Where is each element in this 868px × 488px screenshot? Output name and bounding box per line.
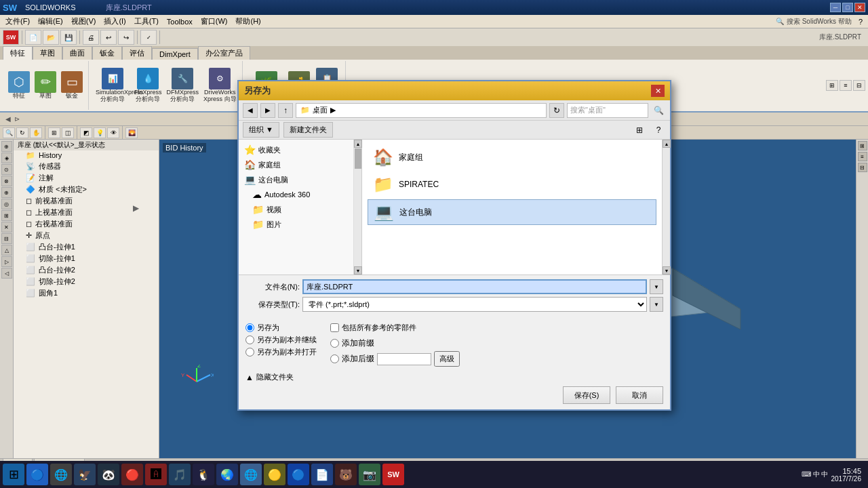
nav-up-btn[interactable]: ↑ bbox=[278, 103, 293, 118]
view-toggle-btn[interactable]: ⊞ bbox=[632, 123, 647, 138]
tab-sheetmetal[interactable]: 钣金 bbox=[92, 46, 122, 60]
menu-file[interactable]: 文件(F) bbox=[1, 15, 34, 28]
section[interactable]: ◫ bbox=[62, 127, 74, 138]
left-arrow[interactable]: ◀ bbox=[3, 115, 14, 123]
checkbox-refs[interactable] bbox=[330, 323, 339, 332]
tab-sketch[interactable]: 草图 bbox=[33, 46, 62, 60]
menu-window[interactable]: 窗口(W) bbox=[197, 15, 232, 28]
radio-copy-continue-input[interactable] bbox=[245, 336, 254, 344]
lt-btn5[interactable]: ⊕ bbox=[1, 187, 12, 198]
redo-btn[interactable]: ↪ bbox=[118, 30, 134, 45]
tab-surface[interactable]: 曲面 bbox=[62, 46, 92, 60]
tree-cut1[interactable]: ⬜ 切除-拉伸1 bbox=[14, 253, 159, 264]
help-icon[interactable]: ? bbox=[854, 16, 867, 27]
sw-logo-btn[interactable]: SW bbox=[3, 30, 19, 45]
advanced-btn[interactable]: 高级 bbox=[434, 351, 460, 367]
icon-floXpress[interactable]: 💧 FloXpress分析向导 bbox=[133, 66, 163, 104]
tab-office[interactable]: 办公室产品 bbox=[198, 46, 250, 60]
prefix-radio[interactable] bbox=[330, 339, 339, 348]
nav-favorites[interactable]: ⭐ 收藏夹 bbox=[239, 142, 353, 157]
menu-view[interactable]: 视图(V) bbox=[67, 15, 100, 28]
tab-evaluate[interactable]: 评估 bbox=[122, 46, 152, 60]
restore-btn[interactable]: □ bbox=[842, 3, 853, 12]
scroll-up-btn[interactable]: ▲ bbox=[354, 140, 362, 148]
file-thispc[interactable]: 💻 这台电脑 bbox=[368, 199, 656, 225]
task-browser1[interactable]: 🌐 bbox=[50, 464, 72, 485]
tree-root[interactable]: 库座 (默认<<默认>_显示状态 bbox=[14, 140, 159, 150]
save-action-btn[interactable]: 保存(S) bbox=[563, 386, 610, 404]
lt-btn7[interactable]: ⊞ bbox=[1, 210, 12, 221]
task-panda[interactable]: 🐼 bbox=[98, 464, 119, 485]
menu-toolbox[interactable]: Toolbox bbox=[163, 16, 197, 27]
tree-boss1[interactable]: ⬜ 凸台-拉伸1 bbox=[14, 241, 159, 253]
rp-btn2[interactable]: ≡ bbox=[858, 152, 867, 161]
rotate[interactable]: ↻ bbox=[16, 127, 28, 138]
task-web[interactable]: 🌏 bbox=[216, 464, 238, 485]
task-camera[interactable]: 📷 bbox=[359, 464, 380, 485]
nav-search-box[interactable]: 搜索"桌面" bbox=[567, 103, 648, 118]
pan[interactable]: ✋ bbox=[30, 127, 42, 138]
hide-folder-toggle[interactable]: ▲ bbox=[245, 373, 254, 382]
nav-videos[interactable]: 📁 视频 bbox=[239, 202, 353, 217]
lt-btn6[interactable]: ◎ bbox=[1, 199, 12, 209]
view-btn1[interactable]: ⊞ bbox=[826, 80, 838, 91]
task-browser2[interactable]: 🌐 bbox=[240, 464, 262, 485]
nav-pictures[interactable]: 📁 图片 bbox=[239, 217, 353, 232]
menu-tools[interactable]: 工具(T) bbox=[130, 15, 163, 28]
start-btn[interactable]: ⊞ bbox=[3, 464, 24, 485]
dialog-close-btn[interactable]: ✕ bbox=[651, 85, 665, 97]
lt-btn12[interactable]: ◁ bbox=[1, 268, 12, 279]
close-btn[interactable]: ✕ bbox=[854, 3, 865, 12]
tab-dimxpert[interactable]: DimXpert bbox=[152, 48, 198, 60]
new-folder-btn[interactable]: 新建文件夹 bbox=[283, 122, 333, 138]
menu-insert[interactable]: 插入(I) bbox=[100, 15, 130, 28]
print-btn[interactable]: 🖨 bbox=[83, 30, 99, 45]
hide-show[interactable]: 👁 bbox=[107, 127, 119, 138]
file-spiratec[interactable]: 📁 SPIRATEC bbox=[368, 172, 656, 197]
lt-btn10[interactable]: △ bbox=[1, 245, 12, 256]
tab-features[interactable]: 特征 bbox=[3, 46, 33, 60]
task-bird[interactable]: 🦅 bbox=[74, 464, 96, 485]
task-red[interactable]: 🔴 bbox=[121, 464, 143, 485]
open-btn[interactable]: 📂 bbox=[43, 30, 59, 45]
task-blue2[interactable]: 🔵 bbox=[288, 464, 309, 485]
filetype-dropdown-arrow[interactable]: ▼ bbox=[650, 297, 663, 312]
filetype-select[interactable]: 零件 (*.prt;*.sldprt) bbox=[302, 297, 647, 312]
lt-btn2[interactable]: ◈ bbox=[1, 152, 12, 163]
undo-btn[interactable]: ↩ bbox=[100, 30, 117, 45]
check-btn[interactable]: ✓ bbox=[140, 30, 157, 45]
cancel-action-btn[interactable]: 取消 bbox=[616, 386, 663, 404]
search-solidworks[interactable]: 🔍 搜索 SolidWorks 帮助 bbox=[773, 17, 854, 26]
lt-btn4[interactable]: ⊗ bbox=[1, 176, 12, 186]
apply-scene[interactable]: 🌄 bbox=[125, 127, 138, 138]
lt-btn9[interactable]: ⊟ bbox=[1, 233, 12, 244]
nav-refresh-btn[interactable]: ↻ bbox=[549, 103, 564, 118]
tree-fillet1[interactable]: ⬜ 圆角1 bbox=[14, 287, 159, 299]
new-btn[interactable]: 📄 bbox=[25, 30, 41, 45]
task-penguin[interactable]: 🐧 bbox=[193, 464, 214, 485]
fscroll-up-btn[interactable]: ▲ bbox=[663, 140, 671, 148]
nav-back-btn[interactable]: ◀ bbox=[243, 103, 258, 118]
save-btn[interactable]: 💾 bbox=[60, 30, 77, 45]
nav-path-bar[interactable]: 📁 桌面 ▶ bbox=[296, 103, 547, 118]
nav-forward-btn[interactable]: ▶ bbox=[260, 103, 275, 118]
task-yellow[interactable]: 🟡 bbox=[264, 464, 285, 485]
radio-saveas-input[interactable] bbox=[245, 323, 254, 332]
scroll-down-btn[interactable]: ▼ bbox=[354, 266, 362, 274]
file-homegroup[interactable]: 🏠 家庭组 bbox=[368, 145, 656, 169]
display-style[interactable]: ◩ bbox=[80, 127, 92, 138]
lt-btn3[interactable]: ⊙ bbox=[1, 164, 12, 175]
filename-input[interactable] bbox=[302, 279, 647, 294]
file-list[interactable]: 🏠 家庭组 📁 SPIRATEC 💻 这台电脑 bbox=[362, 140, 662, 274]
scroll-thumb[interactable] bbox=[355, 148, 361, 169]
tree-right-plane[interactable]: ◻ 右视基准面 bbox=[14, 218, 159, 230]
organize-btn[interactable]: 组织 ▼ bbox=[243, 122, 279, 138]
nav-pane-scrollbar[interactable]: ▲ ▼ bbox=[354, 140, 362, 274]
lt-btn11[interactable]: ▷ bbox=[1, 256, 12, 267]
panel-collapse-btn[interactable]: ▶ bbox=[133, 203, 139, 213]
icon-feature[interactable]: ⬡ 特征 bbox=[7, 70, 31, 101]
lights[interactable]: 💡 bbox=[94, 127, 106, 138]
lt-btn8[interactable]: ✕ bbox=[1, 222, 12, 232]
icon-sketch[interactable]: ✏ 草图 bbox=[33, 70, 58, 101]
suffix-input[interactable] bbox=[377, 353, 431, 365]
